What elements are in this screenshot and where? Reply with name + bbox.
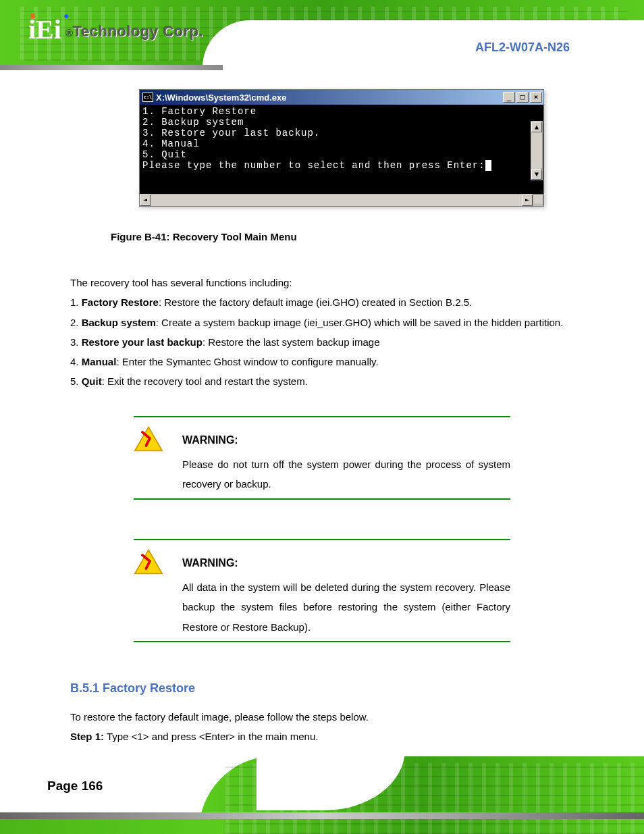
page-number: Page 166 <box>47 779 103 793</box>
scroll-right-icon[interactable]: ► <box>522 194 533 206</box>
warning-text: Please do not turn off the system power … <box>182 454 510 494</box>
step-line: Step 1: Type <1> and press <Enter> in th… <box>70 727 570 746</box>
section-body: To restore the factory default image, pl… <box>70 707 570 727</box>
minimize-button[interactable]: _ <box>503 92 515 103</box>
list-item: 3. Restore your last backup: Restore the… <box>70 332 570 352</box>
brand-text: ®Technology Corp. <box>65 23 203 41</box>
vertical-scrollbar[interactable]: ▲ ▼ <box>531 121 543 180</box>
divider <box>134 498 510 500</box>
warning-title: WARNING: <box>182 429 510 450</box>
cmd-app-icon: c:\ <box>142 93 153 102</box>
cmd-window: c:\ X:\Windows\System32\cmd.exe _ □ × 1.… <box>139 89 544 207</box>
horizontal-scrollbar[interactable]: ◄ ► <box>140 194 543 206</box>
logo-icon: ■●iEi <box>28 19 61 41</box>
scroll-left-icon[interactable]: ◄ <box>140 194 151 206</box>
list-item: 1. Factory Restore: Restore the factory … <box>70 292 570 312</box>
resize-grip-icon[interactable] <box>533 194 543 205</box>
divider <box>134 641 510 642</box>
cmd-title: X:\Windows\System32\cmd.exe <box>156 93 502 103</box>
maximize-button[interactable]: □ <box>516 92 529 103</box>
warning-icon <box>134 548 163 575</box>
list-item: 5. Quit: Exit the recovery tool and rest… <box>70 371 570 391</box>
warning-box-1: WARNING: Please do not turn off the syst… <box>134 416 510 500</box>
warning-text: All data in the system will be deleted d… <box>182 577 510 637</box>
scroll-up-icon[interactable]: ▲ <box>531 122 542 132</box>
factory-restore-section: B.5.1 Factory Restore To restore the fac… <box>70 677 570 747</box>
warning-box-2: WARNING: All data in the system will be … <box>134 539 510 642</box>
list-item: 2. Backup system: Create a system backup… <box>70 313 570 332</box>
warning-title: WARNING: <box>182 552 510 573</box>
footer-band <box>0 812 644 819</box>
warning-icon <box>134 425 163 452</box>
recovery-functions-block: The recovery tool has several functions … <box>70 273 570 392</box>
scroll-down-icon[interactable]: ▼ <box>531 169 542 180</box>
intro-text: The recovery tool has several functions … <box>70 273 570 292</box>
cmd-output: 1. Factory Restore 2. Backup system 3. R… <box>140 105 543 194</box>
list-item: 4. Manual: Enter the Symantec Ghost wind… <box>70 352 570 371</box>
brand-block: ■●iEi ®Technology Corp. <box>28 19 203 41</box>
header-band <box>0 65 223 70</box>
header-curve <box>203 20 644 81</box>
close-button[interactable]: × <box>530 92 542 103</box>
section-heading: B.5.1 Factory Restore <box>70 677 570 700</box>
figure-caption: Figure B-41: Recovery Tool Main Menu <box>111 231 297 242</box>
product-title: AFL2-W07A-N26 <box>475 41 570 55</box>
cmd-titlebar: c:\ X:\Windows\System32\cmd.exe _ □ × <box>140 90 543 105</box>
